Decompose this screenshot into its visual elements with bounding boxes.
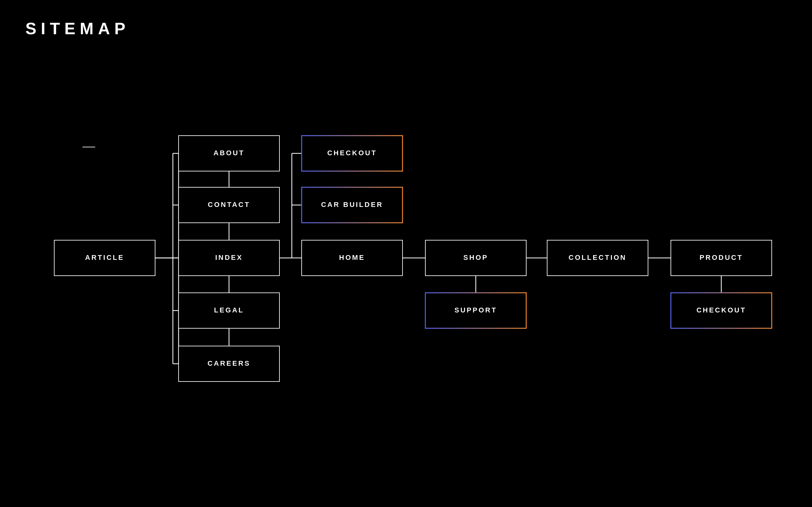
- article-node: ARTICLE: [54, 240, 155, 276]
- svg-text:PRODUCT: PRODUCT: [700, 253, 743, 262]
- index-node: INDEX: [179, 240, 280, 276]
- legal-node: LEGAL: [179, 293, 280, 328]
- product-node: PRODUCT: [671, 240, 772, 276]
- svg-text:COLLECTION: COLLECTION: [569, 253, 627, 262]
- checkout1-node: CHECKOUT: [302, 135, 403, 171]
- svg-text:SUPPORT: SUPPORT: [455, 306, 497, 314]
- collection-node: COLLECTION: [547, 240, 648, 276]
- contact-node: CONTACT: [179, 187, 280, 223]
- svg-text:LEGAL: LEGAL: [214, 306, 244, 314]
- svg-text:CAR BUILDER: CAR BUILDER: [321, 201, 383, 209]
- carbuilder-node: CAR BUILDER: [302, 187, 403, 223]
- svg-text:ABOUT: ABOUT: [213, 149, 245, 157]
- checkout2-node: CHECKOUT: [671, 293, 772, 328]
- svg-text:CHECKOUT: CHECKOUT: [327, 149, 377, 157]
- careers-node: CAREERS: [179, 346, 280, 382]
- svg-text:ARTICLE: ARTICLE: [85, 253, 124, 262]
- shop-node: SHOP: [425, 240, 526, 276]
- about-node: ABOUT: [179, 135, 280, 171]
- svg-text:CONTACT: CONTACT: [208, 201, 250, 209]
- svg-text:INDEX: INDEX: [215, 253, 243, 262]
- svg-text:SHOP: SHOP: [463, 253, 488, 262]
- svg-text:HOME: HOME: [339, 253, 365, 262]
- svg-text:CAREERS: CAREERS: [207, 359, 251, 367]
- support-node: SUPPORT: [425, 293, 526, 328]
- home-node: HOME: [302, 240, 403, 276]
- sitemap-diagram: ARTICLE ABOUT CONTACT INDEX LEGAL CAREER…: [0, 0, 812, 507]
- svg-text:CHECKOUT: CHECKOUT: [697, 306, 746, 314]
